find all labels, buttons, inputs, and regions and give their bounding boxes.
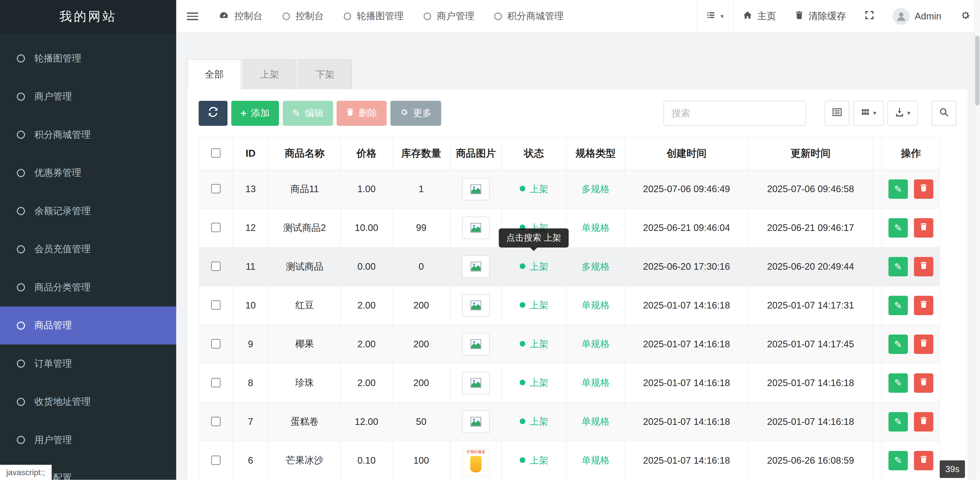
add-button[interactable]: + 添加 (231, 101, 279, 126)
status-tooltip: 点击搜索 上架 (499, 228, 569, 247)
edit-button[interactable]: ✎ 编辑 (283, 101, 333, 126)
sidebar-item[interactable]: 商户管理 (0, 78, 176, 116)
gear-icon (960, 10, 971, 23)
product-id: 11 (233, 247, 269, 286)
spec-type-cell[interactable]: 多规格 (566, 170, 625, 209)
sidebar-item[interactable]: 订单管理 (0, 344, 176, 383)
more-button[interactable]: 更多 (390, 101, 441, 126)
delete-row-button[interactable] (914, 296, 933, 315)
filter-tab[interactable]: 全部 (188, 59, 241, 89)
user-menu[interactable]: Admin (884, 0, 951, 33)
status-cell[interactable]: 上架 (501, 364, 566, 402)
status-cell[interactable]: 上架 (501, 325, 566, 364)
status-dot-icon (520, 380, 525, 385)
select-all-checkbox[interactable] (211, 148, 221, 158)
filter-tab[interactable]: 上架 (243, 59, 296, 89)
status-cell[interactable]: 上架 (501, 402, 566, 441)
delete-row-button[interactable] (914, 335, 933, 354)
trash-icon (920, 183, 928, 195)
status-cell[interactable]: 上架 (501, 286, 566, 325)
sidebar-item[interactable]: 积分商城管理 (0, 116, 176, 154)
spec-type-cell[interactable]: 单规格 (566, 402, 625, 441)
sidebar-item[interactable]: 商品管理 (0, 306, 176, 345)
row-checkbox[interactable] (211, 455, 221, 465)
sidebar-item[interactable]: 会员充值管理 (0, 230, 176, 268)
row-checkbox[interactable] (211, 262, 221, 271)
edit-row-button[interactable]: ✎ (888, 257, 908, 276)
row-checkbox[interactable] (211, 378, 221, 388)
product-photo: 芒果柠檬茶 (462, 449, 490, 476)
table-row: 9 椰果 2.00 200 上架 单规格 (199, 325, 939, 364)
sidebar-item[interactable]: 轮播图管理 (0, 39, 176, 78)
status-dot-icon (520, 457, 525, 463)
delete-row-button[interactable] (914, 218, 933, 238)
delete-row-button[interactable] (914, 257, 933, 276)
edit-row-button[interactable]: ✎ (888, 179, 908, 199)
sidebar-item[interactable]: 余额记录管理 (0, 192, 176, 230)
delete-row-button[interactable] (914, 373, 933, 393)
row-select-cell (199, 402, 232, 441)
gap-cell (873, 325, 882, 364)
sidebar-toggle-button[interactable] (176, 0, 208, 33)
delete-row-button[interactable] (914, 412, 933, 432)
delete-row-button[interactable] (914, 179, 933, 199)
delete-row-button[interactable] (914, 451, 933, 470)
tabs-list-dropdown[interactable]: ▾ (696, 0, 733, 33)
status-label: 上架 (530, 184, 549, 194)
edit-row-button[interactable]: ✎ (888, 335, 908, 354)
broken-image-icon (462, 411, 490, 433)
sidebar-item[interactable]: 优惠券管理 (0, 154, 176, 192)
refresh-icon (208, 107, 218, 119)
edit-row-button[interactable]: ✎ (888, 412, 908, 432)
delete-button[interactable]: 删除 (337, 101, 387, 126)
row-checkbox[interactable] (211, 300, 221, 310)
nav-clear-cache[interactable]: 清除缓存 (786, 0, 855, 33)
export-button[interactable]: ▾ (888, 101, 918, 126)
nav-tab[interactable]: 控制台 (209, 0, 273, 33)
filter-tab[interactable]: 下架 (298, 59, 352, 89)
search-submit-button[interactable] (932, 101, 956, 126)
list-icon (706, 10, 716, 22)
edit-row-button[interactable]: ✎ (888, 451, 908, 470)
toolbar: + 添加 ✎ 编辑 删除 更多 (199, 101, 956, 126)
edit-row-button[interactable]: ✎ (888, 373, 908, 393)
actions-cell: ✎ (882, 441, 939, 480)
spec-type-cell[interactable]: 单规格 (566, 364, 625, 402)
spec-type-cell[interactable]: 多规格 (566, 247, 625, 286)
admin-app: 我的网站 轮播图管理 商户管理 积分商城管理 优惠券管理 余额记录管理 (0, 0, 980, 480)
columns-button[interactable]: ▾ (853, 101, 884, 126)
spec-type-cell[interactable]: 单规格 (566, 209, 625, 247)
scrollbar-thumb[interactable] (975, 36, 980, 106)
edit-row-button[interactable]: ✎ (888, 296, 908, 315)
detail-view-button[interactable] (825, 101, 850, 126)
sidebar-item[interactable]: 收货地址管理 (0, 383, 176, 421)
nav-tab[interactable]: 商户管理 (414, 0, 484, 33)
status-cell[interactable]: 上架 (501, 441, 566, 480)
gap-cell (873, 247, 882, 286)
detail-view-icon (832, 107, 842, 119)
sidebar-item[interactable]: 用户管理 (0, 421, 176, 459)
filter-tab-label: 全部 (205, 69, 224, 81)
pencil-icon: ✎ (894, 455, 902, 466)
row-checkbox[interactable] (211, 416, 221, 426)
nav-tab[interactable]: 控制台 (273, 0, 334, 33)
row-checkbox[interactable] (211, 339, 221, 349)
search-input[interactable] (663, 101, 806, 126)
refresh-button[interactable] (199, 101, 228, 126)
spec-type-cell[interactable]: 单规格 (566, 441, 625, 480)
edit-row-button[interactable]: ✎ (888, 218, 908, 238)
circle-icon (17, 207, 25, 215)
row-checkbox[interactable] (211, 184, 221, 194)
nav-tab[interactable]: 积分商城管理 (484, 0, 574, 33)
row-checkbox[interactable] (211, 223, 221, 233)
nav-tab[interactable]: 轮播图管理 (334, 0, 414, 33)
sidebar-item[interactable]: 商品分类管理 (0, 268, 176, 306)
add-button-label: 添加 (251, 107, 270, 120)
status-cell[interactable]: 上架 (501, 170, 566, 209)
scrollbar-track[interactable] (974, 0, 980, 480)
spec-type-cell[interactable]: 单规格 (566, 325, 625, 364)
spec-type-cell[interactable]: 单规格 (566, 286, 625, 325)
fullscreen-button[interactable] (855, 0, 883, 33)
circle-icon (17, 245, 25, 254)
nav-home[interactable]: 主页 (733, 0, 786, 33)
